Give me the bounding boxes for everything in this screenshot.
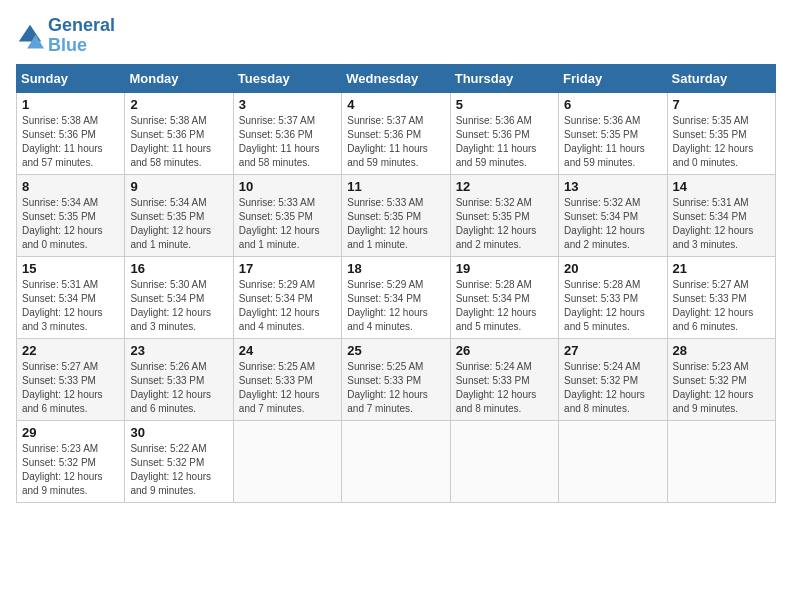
calendar-cell: 11Sunrise: 5:33 AM Sunset: 5:35 PM Dayli… <box>342 174 450 256</box>
calendar-cell: 1Sunrise: 5:38 AM Sunset: 5:36 PM Daylig… <box>17 92 125 174</box>
calendar-cell: 10Sunrise: 5:33 AM Sunset: 5:35 PM Dayli… <box>233 174 341 256</box>
day-number: 6 <box>564 97 661 112</box>
calendar-cell: 7Sunrise: 5:35 AM Sunset: 5:35 PM Daylig… <box>667 92 775 174</box>
calendar-cell: 23Sunrise: 5:26 AM Sunset: 5:33 PM Dayli… <box>125 338 233 420</box>
day-number: 8 <box>22 179 119 194</box>
day-number: 7 <box>673 97 770 112</box>
day-number: 11 <box>347 179 444 194</box>
calendar-cell <box>342 420 450 502</box>
day-info: Sunrise: 5:22 AM Sunset: 5:32 PM Dayligh… <box>130 442 227 498</box>
weekday-header: Monday <box>125 64 233 92</box>
day-info: Sunrise: 5:31 AM Sunset: 5:34 PM Dayligh… <box>22 278 119 334</box>
calendar-cell: 20Sunrise: 5:28 AM Sunset: 5:33 PM Dayli… <box>559 256 667 338</box>
day-number: 23 <box>130 343 227 358</box>
day-number: 10 <box>239 179 336 194</box>
day-info: Sunrise: 5:35 AM Sunset: 5:35 PM Dayligh… <box>673 114 770 170</box>
day-info: Sunrise: 5:34 AM Sunset: 5:35 PM Dayligh… <box>22 196 119 252</box>
day-info: Sunrise: 5:26 AM Sunset: 5:33 PM Dayligh… <box>130 360 227 416</box>
day-info: Sunrise: 5:37 AM Sunset: 5:36 PM Dayligh… <box>347 114 444 170</box>
day-info: Sunrise: 5:23 AM Sunset: 5:32 PM Dayligh… <box>22 442 119 498</box>
calendar-cell: 29Sunrise: 5:23 AM Sunset: 5:32 PM Dayli… <box>17 420 125 502</box>
calendar-cell: 15Sunrise: 5:31 AM Sunset: 5:34 PM Dayli… <box>17 256 125 338</box>
day-info: Sunrise: 5:23 AM Sunset: 5:32 PM Dayligh… <box>673 360 770 416</box>
calendar-cell: 26Sunrise: 5:24 AM Sunset: 5:33 PM Dayli… <box>450 338 558 420</box>
day-number: 1 <box>22 97 119 112</box>
calendar-body: 1Sunrise: 5:38 AM Sunset: 5:36 PM Daylig… <box>17 92 776 502</box>
calendar-cell: 30Sunrise: 5:22 AM Sunset: 5:32 PM Dayli… <box>125 420 233 502</box>
day-info: Sunrise: 5:36 AM Sunset: 5:35 PM Dayligh… <box>564 114 661 170</box>
logo-icon <box>16 22 44 50</box>
calendar-cell: 2Sunrise: 5:38 AM Sunset: 5:36 PM Daylig… <box>125 92 233 174</box>
day-info: Sunrise: 5:33 AM Sunset: 5:35 PM Dayligh… <box>239 196 336 252</box>
day-number: 28 <box>673 343 770 358</box>
calendar-week: 1Sunrise: 5:38 AM Sunset: 5:36 PM Daylig… <box>17 92 776 174</box>
calendar-cell: 25Sunrise: 5:25 AM Sunset: 5:33 PM Dayli… <box>342 338 450 420</box>
day-info: Sunrise: 5:33 AM Sunset: 5:35 PM Dayligh… <box>347 196 444 252</box>
calendar-cell: 16Sunrise: 5:30 AM Sunset: 5:34 PM Dayli… <box>125 256 233 338</box>
calendar-cell: 5Sunrise: 5:36 AM Sunset: 5:36 PM Daylig… <box>450 92 558 174</box>
day-info: Sunrise: 5:24 AM Sunset: 5:32 PM Dayligh… <box>564 360 661 416</box>
day-number: 21 <box>673 261 770 276</box>
day-number: 29 <box>22 425 119 440</box>
calendar-cell: 6Sunrise: 5:36 AM Sunset: 5:35 PM Daylig… <box>559 92 667 174</box>
calendar-cell: 18Sunrise: 5:29 AM Sunset: 5:34 PM Dayli… <box>342 256 450 338</box>
day-info: Sunrise: 5:28 AM Sunset: 5:34 PM Dayligh… <box>456 278 553 334</box>
day-info: Sunrise: 5:28 AM Sunset: 5:33 PM Dayligh… <box>564 278 661 334</box>
day-info: Sunrise: 5:37 AM Sunset: 5:36 PM Dayligh… <box>239 114 336 170</box>
calendar-cell: 22Sunrise: 5:27 AM Sunset: 5:33 PM Dayli… <box>17 338 125 420</box>
weekday-header: Sunday <box>17 64 125 92</box>
day-info: Sunrise: 5:25 AM Sunset: 5:33 PM Dayligh… <box>347 360 444 416</box>
weekday-header: Friday <box>559 64 667 92</box>
day-number: 4 <box>347 97 444 112</box>
day-info: Sunrise: 5:34 AM Sunset: 5:35 PM Dayligh… <box>130 196 227 252</box>
calendar-table: SundayMondayTuesdayWednesdayThursdayFrid… <box>16 64 776 503</box>
day-info: Sunrise: 5:31 AM Sunset: 5:34 PM Dayligh… <box>673 196 770 252</box>
day-number: 5 <box>456 97 553 112</box>
day-number: 2 <box>130 97 227 112</box>
weekday-header: Thursday <box>450 64 558 92</box>
day-number: 13 <box>564 179 661 194</box>
logo: General Blue <box>16 16 115 56</box>
day-number: 3 <box>239 97 336 112</box>
day-info: Sunrise: 5:38 AM Sunset: 5:36 PM Dayligh… <box>130 114 227 170</box>
calendar-cell <box>450 420 558 502</box>
day-number: 9 <box>130 179 227 194</box>
calendar-cell: 19Sunrise: 5:28 AM Sunset: 5:34 PM Dayli… <box>450 256 558 338</box>
day-number: 27 <box>564 343 661 358</box>
calendar-week: 15Sunrise: 5:31 AM Sunset: 5:34 PM Dayli… <box>17 256 776 338</box>
day-number: 19 <box>456 261 553 276</box>
calendar-cell: 17Sunrise: 5:29 AM Sunset: 5:34 PM Dayli… <box>233 256 341 338</box>
day-number: 24 <box>239 343 336 358</box>
calendar-cell <box>559 420 667 502</box>
calendar-week: 22Sunrise: 5:27 AM Sunset: 5:33 PM Dayli… <box>17 338 776 420</box>
day-info: Sunrise: 5:25 AM Sunset: 5:33 PM Dayligh… <box>239 360 336 416</box>
calendar-cell: 8Sunrise: 5:34 AM Sunset: 5:35 PM Daylig… <box>17 174 125 256</box>
calendar-cell <box>233 420 341 502</box>
day-number: 15 <box>22 261 119 276</box>
calendar-cell: 14Sunrise: 5:31 AM Sunset: 5:34 PM Dayli… <box>667 174 775 256</box>
calendar-cell: 27Sunrise: 5:24 AM Sunset: 5:32 PM Dayli… <box>559 338 667 420</box>
calendar-cell: 9Sunrise: 5:34 AM Sunset: 5:35 PM Daylig… <box>125 174 233 256</box>
day-info: Sunrise: 5:27 AM Sunset: 5:33 PM Dayligh… <box>673 278 770 334</box>
day-info: Sunrise: 5:36 AM Sunset: 5:36 PM Dayligh… <box>456 114 553 170</box>
calendar-cell: 24Sunrise: 5:25 AM Sunset: 5:33 PM Dayli… <box>233 338 341 420</box>
day-info: Sunrise: 5:32 AM Sunset: 5:35 PM Dayligh… <box>456 196 553 252</box>
day-number: 14 <box>673 179 770 194</box>
calendar-cell: 21Sunrise: 5:27 AM Sunset: 5:33 PM Dayli… <box>667 256 775 338</box>
day-number: 22 <box>22 343 119 358</box>
day-number: 25 <box>347 343 444 358</box>
calendar-header: SundayMondayTuesdayWednesdayThursdayFrid… <box>17 64 776 92</box>
day-info: Sunrise: 5:27 AM Sunset: 5:33 PM Dayligh… <box>22 360 119 416</box>
day-number: 12 <box>456 179 553 194</box>
day-info: Sunrise: 5:30 AM Sunset: 5:34 PM Dayligh… <box>130 278 227 334</box>
page-header: General Blue <box>16 16 776 56</box>
day-number: 16 <box>130 261 227 276</box>
day-number: 30 <box>130 425 227 440</box>
day-info: Sunrise: 5:29 AM Sunset: 5:34 PM Dayligh… <box>239 278 336 334</box>
logo-text: General Blue <box>48 16 115 56</box>
calendar-cell: 3Sunrise: 5:37 AM Sunset: 5:36 PM Daylig… <box>233 92 341 174</box>
calendar-week: 8Sunrise: 5:34 AM Sunset: 5:35 PM Daylig… <box>17 174 776 256</box>
day-number: 20 <box>564 261 661 276</box>
day-info: Sunrise: 5:24 AM Sunset: 5:33 PM Dayligh… <box>456 360 553 416</box>
day-number: 18 <box>347 261 444 276</box>
